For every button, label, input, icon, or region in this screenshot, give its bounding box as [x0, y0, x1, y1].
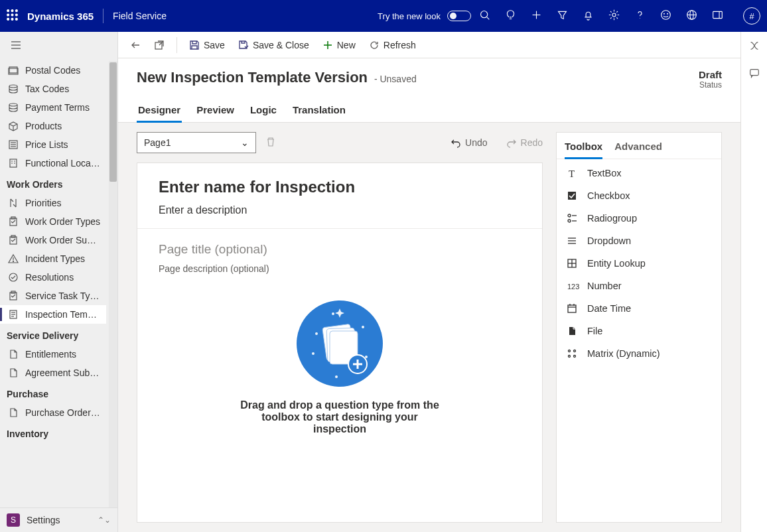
svg-point-43 [13, 261, 14, 262]
toggle-icon[interactable] [447, 11, 471, 21]
nav-item[interactable]: Resolutions [0, 268, 106, 287]
area-switcher[interactable]: S Settings ⌃⌄ [0, 507, 117, 532]
svg-point-3 [7, 14, 9, 16]
bell-icon[interactable] [583, 9, 594, 23]
nav-item-label: Inspection Templa... [25, 309, 101, 320]
scrollbar-thumb[interactable] [109, 62, 117, 182]
svg-point-72 [568, 220, 571, 222]
filter-icon[interactable] [557, 9, 568, 23]
nav-item-label: Products [25, 121, 62, 131]
help-icon[interactable] [634, 9, 646, 23]
nav-section-title: Service Delivery [0, 324, 117, 345]
user-avatar[interactable]: # [743, 7, 760, 25]
svg-point-85 [569, 350, 571, 352]
inspection-header-block[interactable]: Enter name for Inspection Enter a descri… [137, 163, 542, 229]
lightbulb-icon[interactable] [505, 9, 516, 23]
svg-point-28 [9, 103, 17, 106]
nav-item-label: Agreement Substa... [25, 367, 101, 378]
toolbox-item[interactable]: TTextBox [557, 162, 721, 184]
nav-item-label: Functional Locatio... [25, 158, 101, 168]
nav-item[interactable]: Purchase Order S... [0, 403, 106, 422]
svg-point-5 [15, 14, 17, 16]
nav-item[interactable]: Work Order Subst... [0, 231, 106, 249]
globe-icon[interactable] [686, 9, 697, 23]
sidepanel-tab[interactable]: Toolbox [565, 141, 602, 159]
svg-point-16 [667, 13, 668, 14]
page-title-input[interactable]: Page title (optional) [159, 242, 521, 257]
save-button[interactable]: Save [184, 37, 230, 53]
page-desc-input[interactable]: Page description (optional) [159, 263, 521, 274]
chat-icon[interactable] [748, 67, 760, 81]
inspection-name-input[interactable]: Enter name for Inspection [159, 178, 521, 196]
dropdown-icon [566, 235, 578, 247]
refresh-button[interactable]: Refresh [364, 37, 421, 53]
nav-item[interactable]: Products [0, 117, 106, 135]
form-tab[interactable]: Designer [137, 99, 182, 122]
toolbox-item[interactable]: Dropdown [557, 230, 721, 252]
nav-item[interactable]: Price Lists [0, 135, 106, 154]
nav-item[interactable]: Payment Terms [0, 98, 106, 117]
hamburger-icon[interactable] [0, 32, 117, 61]
nav-item[interactable]: Work Order Types [0, 212, 106, 231]
toolbox-item[interactable]: Entity Lookup [557, 252, 721, 275]
nav-item-label: Resolutions [25, 272, 74, 283]
save-close-button[interactable]: Save & Close [233, 37, 314, 53]
radio-icon [566, 212, 578, 224]
plus-icon[interactable] [531, 9, 542, 23]
nav-item-label: Price Lists [25, 139, 68, 150]
toolbox-item[interactable]: Matrix (Dynamic) [557, 342, 721, 365]
status-block: Draft Status [699, 69, 722, 90]
nav-item[interactable]: Agreement Substa... [0, 364, 106, 382]
form-tab[interactable]: Logic [249, 99, 278, 122]
nav-item[interactable]: Inspection Templa... [0, 305, 106, 324]
number-icon: 123 [566, 280, 578, 292]
sidepanel-tab[interactable]: Advanced [614, 141, 662, 159]
main-content: Save Save & Close New Refresh New Inspec… [118, 32, 740, 532]
nav-item[interactable]: Priorities [0, 194, 106, 212]
toolbox-item[interactable]: Radiogroup [557, 207, 721, 230]
nav-item-label: Incident Types [25, 253, 85, 264]
area-label: Settings [27, 515, 60, 525]
toolbox-item[interactable]: Checkbox [557, 184, 721, 207]
page-selector[interactable]: Page1 ⌄ [137, 132, 256, 153]
form-tab[interactable]: Preview [195, 99, 236, 122]
nav-scroll[interactable]: Postal CodesTax CodesPayment TermsProduc… [0, 61, 117, 507]
nav-item[interactable]: Incident Types [0, 249, 106, 268]
nav-item[interactable]: Functional Locatio... [0, 154, 106, 172]
unsaved-label: - Unsaved [374, 74, 417, 84]
search-icon[interactable] [479, 9, 490, 23]
app-label[interactable]: Field Service [113, 11, 167, 21]
form-tab[interactable]: Translation [291, 99, 347, 122]
svg-text:T: T [569, 168, 575, 179]
open-new-window-button[interactable] [149, 37, 170, 53]
copilot-icon[interactable] [748, 40, 760, 54]
brand-label[interactable]: Dynamics 365 [27, 11, 94, 22]
svg-rect-69 [568, 192, 576, 200]
nav-item[interactable]: Postal Codes [0, 61, 106, 80]
back-button[interactable] [125, 37, 146, 53]
toolbox-item[interactable]: 123Number [557, 275, 721, 297]
divider [103, 9, 104, 23]
toolbox-item[interactable]: Date Time [557, 297, 721, 320]
inspection-desc-input[interactable]: Enter a description [159, 204, 521, 216]
app-launcher-icon[interactable] [7, 9, 18, 23]
svg-rect-25 [9, 67, 17, 73]
svg-point-15 [664, 13, 665, 14]
command-bar: Save Save & Close New Refresh [118, 32, 740, 58]
nav-item[interactable]: Service Task Types [0, 287, 106, 305]
panel-icon[interactable] [712, 9, 723, 23]
gear-icon[interactable] [608, 9, 620, 23]
redo-button[interactable]: Redo [506, 137, 543, 148]
new-button[interactable]: New [317, 37, 361, 53]
delete-page-button[interactable] [265, 137, 276, 149]
svg-rect-33 [10, 159, 17, 167]
smile-icon[interactable] [660, 9, 671, 23]
toolbox-item[interactable]: File [557, 320, 721, 342]
try-new-look-toggle[interactable]: Try the new look [378, 11, 471, 21]
right-rail [740, 32, 767, 532]
undo-button[interactable]: Undo [451, 137, 487, 148]
svg-point-1 [11, 9, 13, 11]
svg-point-27 [9, 85, 17, 88]
nav-item[interactable]: Entitlements [0, 345, 106, 364]
nav-item[interactable]: Tax Codes [0, 80, 106, 98]
